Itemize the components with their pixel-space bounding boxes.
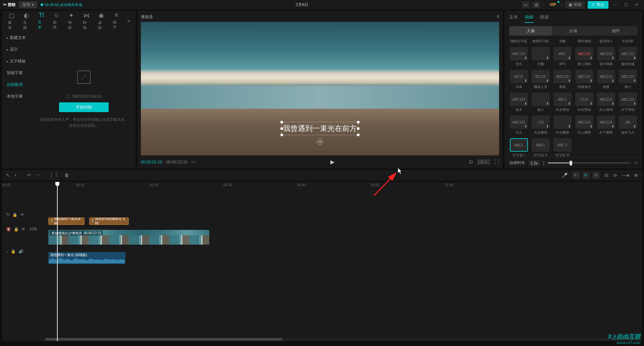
split-icon[interactable]: 〗〖	[50, 172, 60, 178]
zoom-out-icon[interactable]: ⊖	[613, 172, 617, 178]
menu-button[interactable]: 菜单 ▾	[19, 1, 37, 8]
lock-icon[interactable]: 🔒	[11, 249, 16, 254]
anim-thumb[interactable]: ABC123⬇	[597, 115, 615, 129]
sidebar-smart-sub[interactable]: 智能字幕	[3, 67, 31, 79]
resize-handle-sw[interactable]	[280, 134, 283, 136]
mute-icon[interactable]: 🔇	[6, 227, 11, 232]
anim-thumb[interactable]: ABC123⬇	[510, 93, 528, 106]
anim-thumb[interactable]: AB⬇	[619, 115, 637, 129]
timeline-markers-icon[interactable]: ≡≡	[191, 160, 196, 164]
subtitle-overlay[interactable]: 我曾遇到一束光在前方	[281, 122, 359, 135]
anim-thumb[interactable]: ABCᵢ⬇	[553, 47, 572, 60]
magnet-left-icon[interactable]: ⊩	[572, 172, 580, 179]
visibility-icon[interactable]: 👁	[20, 212, 24, 217]
tab-filter[interactable]: ◉滤镜	[95, 10, 108, 32]
tab-media[interactable]: ▢媒体	[5, 10, 18, 32]
download-icon[interactable]: ⬇	[546, 56, 549, 60]
mic-icon[interactable]: 🎤	[562, 172, 568, 178]
anim-thumb[interactable]: ABC123⬇	[619, 47, 637, 60]
magnet-icon[interactable]: ⊪	[582, 172, 590, 179]
tab-text[interactable]: TI文本	[35, 10, 48, 32]
link-icon[interactable]: ⊟	[604, 172, 608, 178]
zoom-fit-icon[interactable]: ⊕	[634, 172, 638, 178]
resize-handle-w[interactable]	[280, 127, 283, 130]
ratio-button[interactable]: [适应]	[478, 159, 490, 165]
vip-badge[interactable]: VIP	[547, 2, 559, 8]
cover-button[interactable]: 封面	[30, 227, 41, 232]
download-icon[interactable]: ⬇	[524, 56, 527, 60]
video-clip[interactable]: 航拍慢镜头沙滩海浪 00:00:22:15	[48, 230, 209, 245]
layout-icon-2[interactable]: ▥	[532, 1, 540, 8]
tab-adjust[interactable]: ≡调节	[109, 10, 123, 32]
lock-icon[interactable]: 🔒	[14, 227, 19, 232]
zoom-slider[interactable]: —●	[622, 172, 629, 178]
resize-handle-nw[interactable]	[280, 121, 283, 123]
subtab-out[interactable]: 出场	[552, 26, 594, 36]
duration-value[interactable]: 1.2s	[529, 160, 540, 166]
prop-tab-read[interactable]: 朗读	[540, 14, 549, 23]
anim-thumb[interactable]: ABC123⬇	[575, 115, 593, 129]
maximize-icon[interactable]: ☐	[622, 1, 630, 8]
close-icon[interactable]: ✕	[633, 1, 641, 8]
layout-icon-1[interactable]: ▭	[522, 1, 530, 8]
anim-thumb[interactable]: ABC123⬇	[619, 93, 637, 106]
anim-thumb[interactable]: BC12⬇	[510, 70, 528, 83]
audio-clip[interactable]: 我曾遇到一束光 (原唱版)	[48, 252, 125, 264]
text-clip[interactable]: T我曾遇到一束光在前	[48, 217, 85, 225]
anim-thumb[interactable]: ⬇	[532, 47, 550, 60]
pointer-dropdown-icon[interactable]: ▾	[15, 174, 16, 177]
anim-thumb[interactable]: BC123⬇	[532, 70, 550, 83]
lock-icon[interactable]: 🔒	[12, 212, 17, 217]
fullscreen-icon[interactable]: ⛶	[494, 159, 499, 165]
anim-thumb[interactable]: ABC123⬇	[575, 70, 593, 83]
undo-icon[interactable]: ↶	[27, 172, 31, 178]
resize-handle-se[interactable]	[357, 134, 360, 136]
snapshot-icon[interactable]: ⊡	[469, 159, 473, 165]
resize-handle-ne[interactable]	[357, 121, 360, 123]
anim-thumb[interactable]: ABC123⬇	[510, 47, 528, 60]
redo-icon[interactable]: ↷	[36, 172, 40, 178]
anim-thumb[interactable]: ABC123⬇	[553, 70, 572, 83]
tab-effect[interactable]: ✦特效	[65, 10, 78, 32]
prop-tab-anim[interactable]: 动画	[525, 14, 533, 23]
tabs-more-icon[interactable]: »	[124, 18, 133, 24]
anim-thumb[interactable]: ABC1	[532, 138, 550, 152]
delete-icon[interactable]: 🗑	[64, 172, 69, 178]
player-viewport[interactable]: 我曾遇到一束光在前方 ⟲	[141, 22, 499, 155]
start-recognize-button[interactable]: 开始识别	[59, 102, 109, 112]
sidebar-local-sub[interactable]: 本地字幕	[3, 91, 31, 102]
timeline-scrollbar[interactable]	[45, 338, 639, 341]
anim-thumb[interactable]: ⬇	[553, 115, 572, 129]
tab-sticker[interactable]: ☺贴纸	[50, 10, 63, 32]
download-icon[interactable]: ⬇	[611, 56, 614, 60]
clear-existing-checkbox[interactable]: 同时清空已有歌词	[66, 94, 102, 99]
reset-icon[interactable]: ⟲	[634, 161, 637, 165]
duration-stepper[interactable]: ▴▾	[543, 160, 544, 166]
playhead[interactable]	[57, 182, 58, 341]
prop-tab-text[interactable]: 文本	[509, 14, 518, 23]
download-icon[interactable]: ⬇	[590, 56, 592, 60]
resize-handle-e[interactable]	[357, 127, 360, 130]
anim-thumb[interactable]: ABC123⬇	[597, 47, 615, 60]
sidebar-new-text[interactable]: ▸新建文本	[3, 32, 31, 43]
visibility-icon[interactable]: 👁	[21, 227, 25, 232]
anim-thumb[interactable]: ABC123⬇	[510, 115, 528, 129]
download-icon[interactable]: ⬇	[568, 56, 571, 60]
sidebar-template[interactable]: ▸文字模板	[3, 56, 31, 67]
duration-slider[interactable]	[548, 160, 631, 166]
export-button[interactable]: ⇧ 导出	[588, 1, 608, 9]
pointer-tool-icon[interactable]: ↖	[6, 172, 10, 178]
tab-audio[interactable]: ◐音频	[20, 10, 34, 32]
magnet-right-icon[interactable]: ⊫	[592, 172, 600, 179]
review-button[interactable]: ▣ 审阅	[565, 1, 585, 9]
minimize-icon[interactable]: —	[611, 1, 619, 8]
time-ruler[interactable]: 00:00 00:10 00:20 00:30 00:40 00:50 01:0…	[2, 182, 642, 189]
subtab-loop[interactable]: 循环	[595, 26, 637, 36]
download-icon[interactable]: ⬇	[633, 56, 636, 60]
rotate-icon[interactable]: ⟲	[317, 139, 323, 145]
anim-thumb[interactable]: ABC1⬇	[553, 93, 572, 106]
anim-thumb[interactable]: ABC123⬇	[619, 70, 637, 83]
anim-thumb[interactable]: ABC 1	[553, 138, 572, 152]
anim-thumb[interactable]: :123⬇	[532, 115, 550, 129]
play-button[interactable]: ▶	[196, 159, 469, 165]
